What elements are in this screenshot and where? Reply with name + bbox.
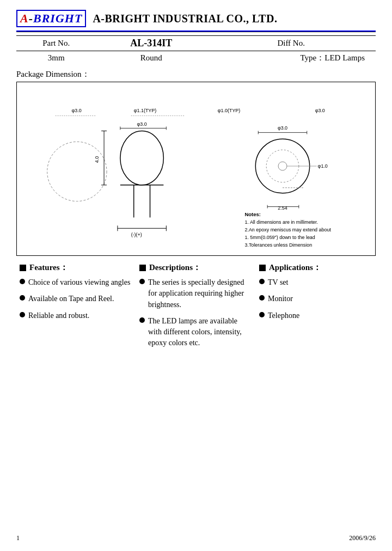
part-table-row1: Part No. AL-314IT Diff No. bbox=[16, 36, 376, 51]
application-text-3: Telephone bbox=[268, 310, 299, 321]
svg-text:φ1.0: φ1.0 bbox=[318, 163, 328, 169]
description-item-2: The LED lamps are available with differe… bbox=[139, 316, 253, 349]
features-column: Features： Choice of various viewing angl… bbox=[16, 262, 136, 354]
footer: 1 2006/9/26 bbox=[0, 534, 392, 542]
logo-text: A-BRIGHT bbox=[20, 11, 82, 25]
description-bullet-1 bbox=[139, 279, 145, 284]
application-item-1: TV set bbox=[259, 277, 372, 288]
svg-text:φ3.0: φ3.0 bbox=[137, 121, 147, 127]
application-bullet-1 bbox=[259, 279, 265, 284]
feature-item-3: Reliable and robust. bbox=[20, 310, 133, 321]
diagram-svg: (-)(+) φ3.0 4.0 φ3.0 bbox=[17, 82, 375, 255]
application-text-2: Monitor bbox=[268, 293, 293, 304]
part-shape: Round bbox=[96, 51, 206, 65]
application-text-1: TV set bbox=[268, 277, 288, 288]
part-type: Type：LED Lamps bbox=[206, 51, 376, 65]
diagram-box: (-)(+) φ3.0 4.0 φ3.0 bbox=[16, 82, 376, 256]
feature-text-1: Choice of various viewing angles bbox=[28, 277, 130, 288]
three-column-section: Features： Choice of various viewing angl… bbox=[16, 262, 376, 354]
svg-point-1 bbox=[120, 131, 164, 185]
svg-text:2.54: 2.54 bbox=[278, 205, 287, 211]
svg-text:φ3.0: φ3.0 bbox=[315, 108, 325, 113]
svg-text:φ3.0: φ3.0 bbox=[71, 108, 81, 113]
footer-date: 2006/9/26 bbox=[349, 534, 376, 542]
application-bullet-2 bbox=[259, 295, 265, 301]
logo-dash: - bbox=[29, 11, 33, 25]
feature-text-3: Reliable and robust. bbox=[28, 310, 89, 321]
part-size: 3mm bbox=[16, 51, 96, 65]
application-bullet-3 bbox=[259, 312, 265, 317]
svg-text:Notes:: Notes: bbox=[244, 211, 260, 217]
diff-no-label: Diff No. bbox=[206, 36, 376, 51]
svg-text:φ1.1(TYP): φ1.1(TYP) bbox=[134, 108, 157, 113]
svg-text:3.Tolerances unless Dimension: 3.Tolerances unless Dimension bbox=[244, 242, 312, 248]
header: A-BRIGHT A-BRIGHT INDUSTRIAL CO., LTD. bbox=[16, 10, 376, 27]
feature-item-2: Available on Tape and Reel. bbox=[20, 293, 133, 304]
features-title: Features： bbox=[29, 262, 68, 273]
svg-text:4.0: 4.0 bbox=[94, 156, 100, 163]
feature-bullet-1 bbox=[20, 279, 25, 284]
svg-point-0 bbox=[47, 142, 107, 201]
description-bullet-2 bbox=[139, 317, 145, 323]
company-name: A-BRIGHT INDUSTRIAL CO., LTD. bbox=[93, 13, 277, 25]
application-item-2: Monitor bbox=[259, 293, 372, 304]
logo-a: A bbox=[20, 11, 29, 25]
page-number: 1 bbox=[16, 534, 20, 542]
applications-header: Applications： bbox=[259, 262, 372, 273]
features-square-bullet bbox=[20, 265, 26, 271]
description-text-2: The LED lamps are available with differe… bbox=[148, 316, 253, 349]
feature-item-1: Choice of various viewing angles bbox=[20, 277, 133, 288]
svg-point-19 bbox=[278, 162, 287, 170]
part-info-wrapper: Part No. AL-314IT Diff No. 3mm Round Typ… bbox=[16, 32, 376, 65]
descriptions-title: Descriptions： bbox=[149, 262, 201, 273]
logo-box: A-BRIGHT bbox=[16, 10, 86, 27]
part-table: Part No. AL-314IT Diff No. 3mm Round Typ… bbox=[16, 35, 376, 65]
applications-column: Applications： TV set Monitor Telephone bbox=[256, 262, 376, 354]
svg-text:φ3.0: φ3.0 bbox=[278, 125, 287, 131]
feature-bullet-3 bbox=[20, 312, 25, 317]
page: A-BRIGHT A-BRIGHT INDUSTRIAL CO., LTD. P… bbox=[0, 0, 392, 551]
svg-text:(-)(+): (-)(+) bbox=[131, 232, 142, 237]
part-no-label: Part No. bbox=[16, 36, 96, 51]
description-text-1: The series is specially designed for app… bbox=[148, 277, 253, 310]
package-label: Package Dimension： bbox=[16, 69, 376, 79]
features-header: Features： bbox=[20, 262, 133, 273]
application-item-3: Telephone bbox=[259, 310, 372, 321]
feature-text-2: Available on Tape and Reel. bbox=[28, 293, 114, 304]
feature-bullet-2 bbox=[20, 295, 25, 301]
applications-title: Applications： bbox=[269, 262, 321, 273]
descriptions-header: Descriptions： bbox=[139, 262, 253, 273]
applications-square-bullet bbox=[259, 265, 266, 271]
svg-text:2.An epoxy meniscus may extend: 2.An epoxy meniscus may extend about bbox=[244, 227, 331, 232]
descriptions-column: Descriptions： The series is specially de… bbox=[136, 262, 256, 354]
svg-text:φ1.0(TYP): φ1.0(TYP) bbox=[218, 108, 241, 113]
svg-text:1. 5mm(0.059") down to the lea: 1. 5mm(0.059") down to the lead bbox=[244, 235, 315, 240]
part-table-row2: 3mm Round Type：LED Lamps bbox=[16, 51, 376, 65]
svg-text:1. All dimensions are in milli: 1. All dimensions are in millimeter. bbox=[244, 219, 318, 225]
logo-bright: BRIGHT bbox=[33, 11, 82, 25]
description-item-1: The series is specially designed for app… bbox=[139, 277, 253, 310]
descriptions-square-bullet bbox=[139, 265, 146, 271]
part-no-value: AL-314IT bbox=[96, 36, 206, 51]
